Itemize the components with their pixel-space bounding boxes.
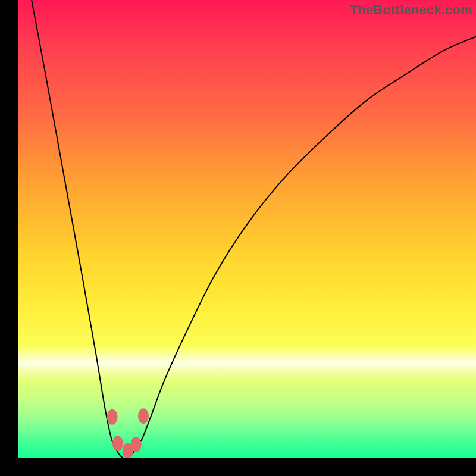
watermark-text: TheBottleneck.com (350, 2, 472, 18)
chart-plot-area (18, 0, 476, 458)
highlight-band (18, 345, 476, 381)
